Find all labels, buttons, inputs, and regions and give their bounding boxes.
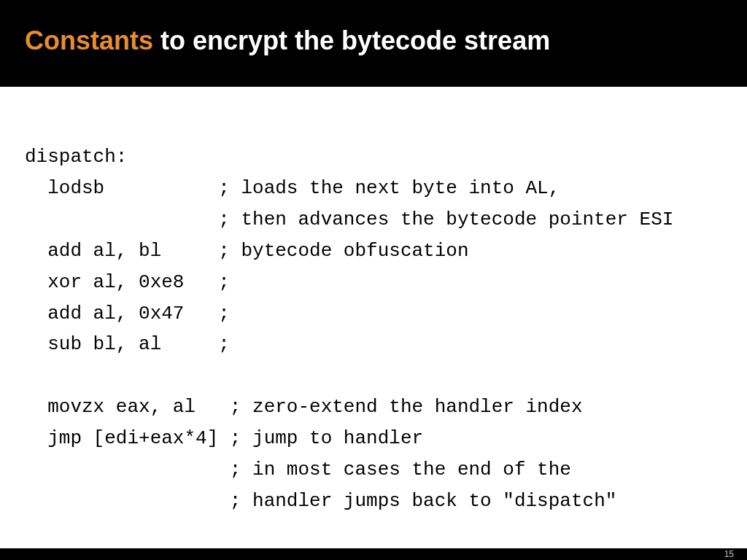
code-comment: ; handler jumps back to "dispatch" [230,490,617,512]
code-comment: ; then advances the bytecode pointer ESI [218,209,673,230]
code-op: add al, 0x47 [47,298,218,330]
code-label: dispatch: [25,146,127,168]
code-comment: ; [218,303,230,324]
code-op: lodsb [47,173,218,204]
code-op: jmp [edi+eax*4] [47,423,230,454]
code-comment: ; bytecode obfuscation [218,240,468,262]
slide-header: Constants to encrypt the bytecode stream [0,0,747,87]
slide: Constants to encrypt the bytecode stream… [0,0,747,560]
page-number: 15 [724,549,734,559]
slide-body: dispatch: lodsb; loads the next byte int… [0,87,747,548]
slide-footer: 15 [0,548,747,560]
code-op: xor al, 0xe8 [47,267,218,298]
slide-title: Constants to encrypt the bytecode stream [25,25,722,56]
code-comment: ; jump to handler [230,427,423,449]
code-op: sub bl, al [47,329,218,360]
title-highlight: Constants [25,26,153,55]
code-op: movzx eax, al [47,392,230,423]
code-comment: ; loads the next byte into AL, [218,177,560,199]
title-rest: to encrypt the bytecode stream [153,26,550,55]
code-block: dispatch: lodsb; loads the next byte int… [25,110,722,548]
code-comment: ; zero-extend the handler index [230,396,583,418]
code-op: add al, bl [47,236,218,267]
code-comment: ; in most cases the end of the [230,459,571,481]
code-comment: ; [218,271,230,293]
code-comment: ; [218,333,230,355]
